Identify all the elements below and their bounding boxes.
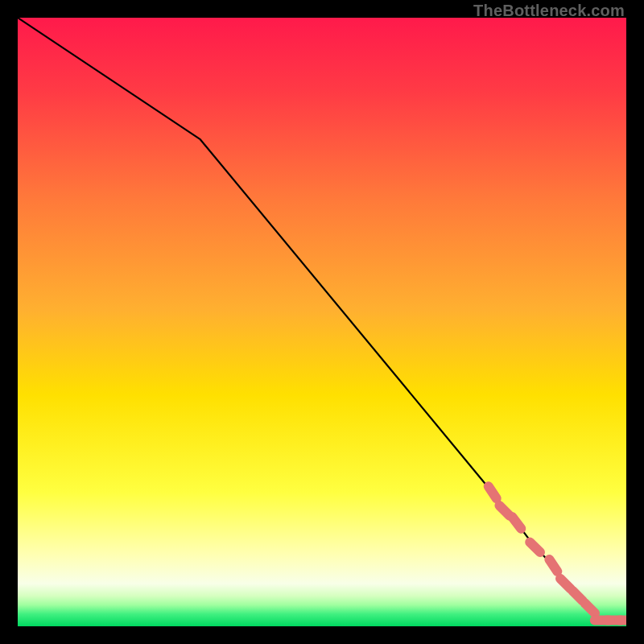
curve-marker <box>572 591 583 601</box>
curve-marker <box>584 603 595 613</box>
bottleneck-curve <box>18 18 626 620</box>
curve-marker <box>549 559 557 572</box>
plot-area <box>18 18 626 626</box>
curve-marker <box>530 542 540 552</box>
curve-marker <box>499 506 510 516</box>
chart-container: { "watermark": "TheBottleneck.com", "col… <box>0 0 644 644</box>
curve-layer <box>18 18 626 626</box>
curve-marker <box>489 486 497 498</box>
curve-marker <box>560 579 571 589</box>
curve-marker <box>513 517 522 528</box>
